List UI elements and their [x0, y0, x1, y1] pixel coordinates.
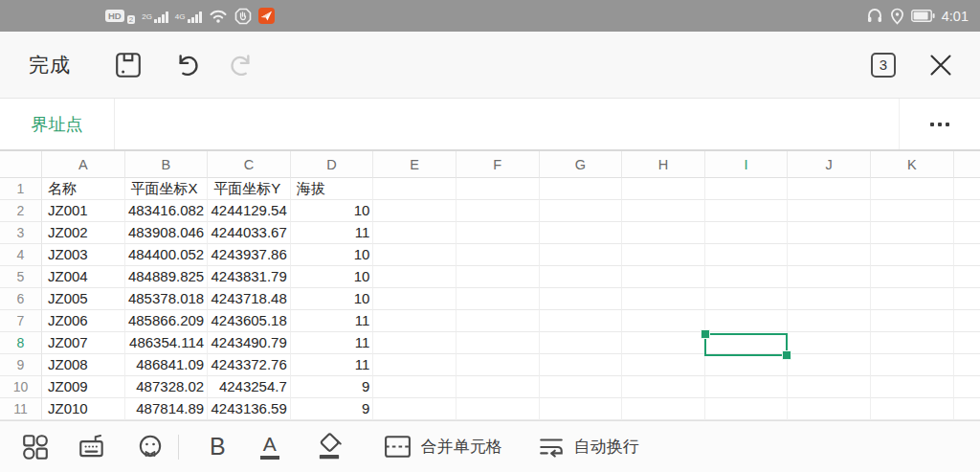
cell-E4[interactable]	[373, 244, 457, 266]
cell-E10[interactable]	[373, 376, 457, 398]
fill-color-button[interactable]	[314, 433, 345, 461]
cell-B4[interactable]: 484400.052	[125, 244, 209, 266]
cell-F8[interactable]	[457, 332, 540, 354]
cell-D3[interactable]: 11	[291, 222, 374, 244]
column-header-I[interactable]: I	[705, 151, 789, 178]
cell-H11[interactable]	[622, 398, 705, 420]
cell-A1[interactable]: 名称	[42, 178, 125, 200]
font-color-button[interactable]: A	[260, 434, 279, 461]
bold-button[interactable]: B	[210, 433, 226, 461]
column-header-J[interactable]: J	[788, 151, 871, 178]
cell-B8[interactable]: 486354.114	[125, 332, 209, 354]
cell-B7[interactable]: 485866.209	[125, 310, 209, 332]
cell-K6[interactable]	[871, 288, 954, 310]
cell-H6[interactable]	[622, 288, 705, 310]
tools-panel-button[interactable]	[21, 433, 50, 461]
cell-H5[interactable]	[622, 266, 705, 288]
cell-D4[interactable]: 10	[291, 244, 374, 266]
cell-H9[interactable]	[622, 354, 705, 376]
cell-B3[interactable]: 483908.046	[125, 222, 209, 244]
cell-K2[interactable]	[871, 200, 954, 222]
cell-I3[interactable]	[705, 222, 789, 244]
cell-B5[interactable]: 484889.825	[125, 266, 209, 288]
cell-K5[interactable]	[871, 266, 954, 288]
cell-A4[interactable]: JZ003	[42, 244, 125, 266]
row-header-1[interactable]: 1	[0, 178, 42, 200]
cell-J7[interactable]	[788, 310, 871, 332]
spreadsheet-grid[interactable]: ABCDEFGHIJK 1名称平面坐标X平面坐标Y海拔2JZ001483416.…	[0, 150, 980, 420]
cell-I6[interactable]	[705, 288, 789, 310]
emoji-assistant-button[interactable]	[136, 433, 165, 461]
row-header-8[interactable]: 8	[0, 332, 42, 354]
cell-F4[interactable]	[457, 244, 540, 266]
cell-G10[interactable]	[540, 376, 623, 398]
cell-A6[interactable]: JZ005	[42, 288, 125, 310]
redo-button[interactable]	[214, 51, 272, 79]
cell-G4[interactable]	[540, 244, 623, 266]
cell-C9[interactable]: 4243372.76	[208, 354, 291, 376]
cell-H2[interactable]	[622, 200, 705, 222]
save-button[interactable]	[100, 51, 157, 79]
cell-J11[interactable]	[788, 398, 871, 420]
cell-J6[interactable]	[788, 288, 871, 310]
cell-B6[interactable]: 485378.018	[125, 288, 209, 310]
cell-E5[interactable]	[373, 266, 457, 288]
cell-F5[interactable]	[457, 266, 540, 288]
cell-F7[interactable]	[457, 310, 540, 332]
column-header-D[interactable]: D	[291, 151, 374, 178]
done-button[interactable]: 完成	[29, 52, 71, 79]
cell-I11[interactable]	[705, 398, 789, 420]
cell-F11[interactable]	[457, 398, 540, 420]
cell-F6[interactable]	[457, 288, 540, 310]
row-header-10[interactable]: 10	[0, 376, 42, 398]
cell-K10[interactable]	[871, 376, 954, 398]
cell-G11[interactable]	[540, 398, 623, 420]
cell-A8[interactable]: JZ007	[42, 332, 125, 354]
cell-J10[interactable]	[788, 376, 871, 398]
cell-C6[interactable]: 4243718.48	[208, 288, 291, 310]
cell-K8[interactable]	[871, 332, 954, 354]
selection-handle-top-left[interactable]	[701, 329, 710, 339]
cell-I10[interactable]	[705, 376, 789, 398]
cell-H1[interactable]	[622, 178, 705, 200]
cell-E2[interactable]	[373, 200, 457, 222]
cell-J8[interactable]	[788, 332, 871, 354]
keyboard-button[interactable]	[77, 433, 107, 461]
cell-B2[interactable]: 483416.082	[125, 200, 209, 222]
cell-B11[interactable]: 487814.89	[125, 398, 209, 420]
column-header-B[interactable]: B	[125, 151, 209, 178]
sheet-tab-active[interactable]: 界址点	[0, 99, 115, 149]
merge-cells-button[interactable]: 合并单元格	[383, 433, 502, 461]
cell-C10[interactable]: 4243254.7	[208, 376, 291, 398]
cell-D9[interactable]: 11	[291, 354, 374, 376]
cell-K7[interactable]	[871, 310, 954, 332]
cell-B9[interactable]: 486841.09	[125, 354, 209, 376]
cell-A7[interactable]: JZ006	[42, 310, 125, 332]
cell-A2[interactable]: JZ001	[42, 200, 125, 222]
cell-E1[interactable]	[373, 178, 457, 200]
cell-D5[interactable]: 10	[291, 266, 374, 288]
cell-D8[interactable]: 11	[291, 332, 374, 354]
row-header-6[interactable]: 6	[0, 288, 42, 310]
cell-H3[interactable]	[622, 222, 705, 244]
cell-E9[interactable]	[373, 354, 457, 376]
row-header-3[interactable]: 3	[0, 222, 42, 244]
cell-C3[interactable]: 4244033.67	[208, 222, 291, 244]
cell-H8[interactable]	[622, 332, 705, 354]
cell-J1[interactable]	[788, 178, 871, 200]
column-header-C[interactable]: C	[208, 151, 291, 178]
sheet-more-button[interactable]	[899, 99, 980, 149]
select-all-corner[interactable]	[0, 151, 42, 178]
row-header-5[interactable]: 5	[0, 266, 42, 288]
open-documents-button[interactable]: 3	[871, 53, 896, 78]
cell-A11[interactable]: JZ010	[42, 398, 125, 420]
row-header-11[interactable]: 11	[0, 398, 42, 420]
cell-A5[interactable]: JZ004	[42, 266, 125, 288]
cell-E11[interactable]	[373, 398, 457, 420]
cell-I2[interactable]	[705, 200, 789, 222]
cell-G1[interactable]	[540, 178, 623, 200]
close-button[interactable]	[928, 53, 953, 78]
cell-I4[interactable]	[705, 244, 789, 266]
cell-E3[interactable]	[373, 222, 457, 244]
cell-C1[interactable]: 平面坐标Y	[208, 178, 291, 200]
